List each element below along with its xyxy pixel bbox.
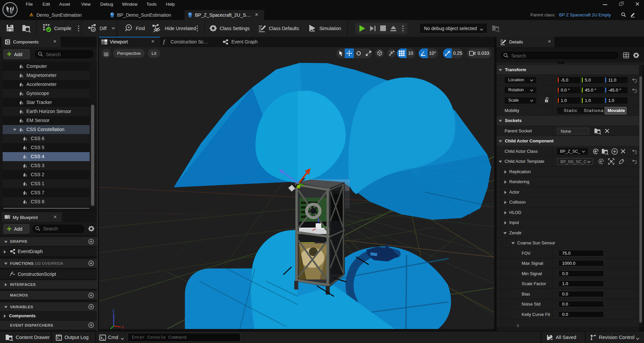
svg-text:Z: Z xyxy=(112,309,115,313)
svg-text:X: X xyxy=(122,325,124,329)
